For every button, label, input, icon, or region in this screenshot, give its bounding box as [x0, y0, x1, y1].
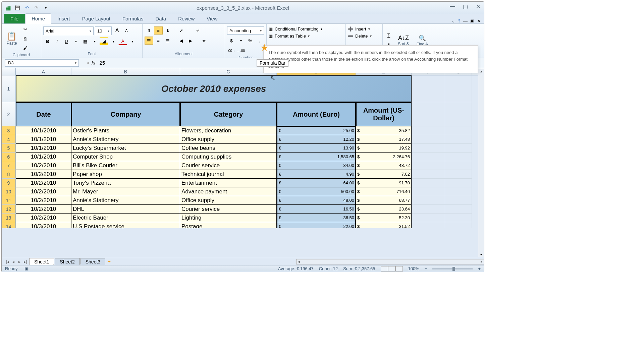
paste-button[interactable]: 📋 Paste [4, 32, 20, 46]
cell-euro[interactable]: €4.90 [277, 170, 356, 179]
empty-cell[interactable] [445, 222, 472, 228]
empty-cell[interactable] [412, 222, 445, 228]
borders-icon[interactable]: ▦ [81, 37, 90, 45]
fx-button[interactable]: ● fx [87, 60, 96, 66]
row-header-6[interactable]: 6 [2, 153, 16, 161]
view-buttons[interactable] [381, 266, 403, 272]
cell-date[interactable]: 10/2/2010 [16, 214, 71, 222]
horizontal-scrollbar[interactable] [296, 259, 484, 264]
formula-input[interactable]: 25 [100, 60, 105, 66]
empty-cell[interactable] [445, 205, 472, 214]
empty-cell[interactable] [445, 187, 472, 196]
row-header-3[interactable]: 3 [2, 126, 16, 135]
empty-cell[interactable] [445, 170, 472, 179]
sheet-nav-prev-icon[interactable]: ◂ [10, 259, 16, 264]
cell-euro[interactable]: €48.00 [277, 196, 356, 205]
empty-cell[interactable] [412, 170, 445, 179]
row-header-10[interactable]: 10 [2, 187, 16, 196]
cell-date[interactable]: 10/1/2010 [16, 126, 71, 135]
font-name-select[interactable]: Arial [43, 26, 94, 35]
cell-usd[interactable]: $68.77 [356, 196, 412, 205]
decrease-font-icon[interactable]: A [122, 26, 130, 35]
currency-icon[interactable]: $ [227, 37, 236, 45]
table-header[interactable]: Amount (US-Dollar) [356, 102, 412, 126]
italic-button[interactable]: I [53, 37, 61, 45]
empty-cell[interactable] [412, 126, 445, 135]
percent-icon[interactable]: % [246, 37, 255, 45]
redo-icon[interactable]: ↷ [33, 4, 40, 11]
minimize-ribbon-icon[interactable]: ⌄ [451, 18, 455, 23]
find-select-button[interactable]: 🔍Find & [414, 35, 430, 47]
cell-category[interactable]: Lighting [180, 214, 277, 222]
empty-cell[interactable] [412, 144, 445, 153]
empty-cell[interactable] [445, 126, 472, 135]
empty-cell[interactable] [412, 135, 445, 144]
title-cell[interactable]: October 2010 expenses [16, 75, 412, 102]
cell-category[interactable]: Computing supplies [180, 153, 277, 161]
cell-date[interactable]: 10/3/2010 [16, 222, 71, 228]
row-header-7[interactable]: 7 [2, 161, 16, 170]
cell-euro[interactable]: €500.00 [277, 187, 356, 196]
cell-category[interactable]: Office supply [180, 196, 277, 205]
tab-formulas[interactable]: Formulas [116, 14, 150, 23]
underline-button[interactable]: U [62, 37, 71, 45]
tab-data[interactable]: Data [149, 14, 172, 23]
close-icon[interactable]: ✕ [474, 3, 482, 10]
cell-euro[interactable]: €16.50 [277, 205, 356, 214]
cell-company[interactable]: Paper shop [71, 170, 180, 179]
cell-usd[interactable]: $35.82 [356, 126, 412, 135]
orientation-icon[interactable]: ⤢ [177, 26, 185, 35]
insert-cells-button[interactable]: ➕Insert▾ [348, 26, 380, 32]
empty-cell[interactable] [445, 153, 472, 161]
format-as-table-button[interactable]: ▦ Format as Table ▾ [269, 34, 343, 39]
cell-usd[interactable]: $48.72 [356, 161, 412, 170]
empty-cell[interactable] [412, 179, 445, 187]
maximize-icon[interactable]: ▢ [461, 3, 469, 10]
macro-record-icon[interactable]: ▣ [24, 266, 29, 271]
cell-category[interactable]: Flowers, decoration [180, 126, 277, 135]
empty-cell[interactable] [445, 196, 472, 205]
cell-company[interactable]: DHL [71, 205, 180, 214]
save-icon[interactable]: 💾 [14, 4, 21, 11]
format-painter-icon[interactable]: 🖌 [21, 44, 29, 52]
cell-usd[interactable]: $52.30 [356, 214, 412, 222]
vertical-scrollbar[interactable] [478, 69, 484, 257]
minimize-icon[interactable]: — [448, 3, 457, 10]
empty-cell[interactable] [445, 102, 472, 126]
sheet-tab-1[interactable]: Sheet1 [29, 258, 54, 265]
cell-category[interactable]: Technical journal [180, 170, 277, 179]
align-left-icon[interactable]: ☰ [145, 37, 153, 45]
row-header-14[interactable]: 14 [2, 222, 16, 228]
wrap-text-icon[interactable]: ↵ [194, 26, 202, 35]
empty-cell[interactable] [445, 161, 472, 170]
row-header-8[interactable]: 8 [2, 170, 16, 179]
cell-company[interactable]: Electric Bauer [71, 214, 180, 222]
cell-category[interactable]: Advance payment [180, 187, 277, 196]
bold-button[interactable]: B [43, 37, 52, 45]
column-header-C[interactable]: C [180, 68, 277, 75]
cell-category[interactable]: Courier service [180, 205, 277, 214]
empty-cell[interactable] [445, 179, 472, 187]
cell-company[interactable]: Ostler's Plants [71, 126, 180, 135]
tab-review[interactable]: Review [172, 14, 201, 23]
cell-usd[interactable]: $19.92 [356, 144, 412, 153]
align-bottom-icon[interactable]: ⬇ [163, 26, 172, 35]
align-top-icon[interactable]: ⬆ [145, 26, 153, 35]
cell-company[interactable]: Mr. Mayer [71, 187, 180, 196]
align-center-icon[interactable]: ≡ [154, 37, 163, 45]
cell-date[interactable]: 10/1/2010 [16, 135, 71, 144]
font-color-icon[interactable]: A [118, 37, 127, 45]
tab-home[interactable]: Home [25, 13, 51, 24]
spreadsheet-grid[interactable]: ABCDEFG 1234567891011121314 October 2010… [2, 68, 484, 228]
tab-file[interactable]: File [4, 14, 25, 23]
row-header-1[interactable]: 1 [2, 75, 16, 102]
new-sheet-icon[interactable]: ✦ [107, 259, 111, 264]
cell-usd[interactable]: $17.48 [356, 135, 412, 144]
copy-icon[interactable]: ⎘ [21, 35, 29, 43]
cut-icon[interactable]: ✂ [21, 25, 29, 33]
help-icon[interactable]: ? [458, 18, 461, 23]
row-header-13[interactable]: 13 [2, 214, 16, 222]
cell-euro[interactable]: €12.20 [277, 135, 356, 144]
increase-indent-icon[interactable]: ▶ [186, 37, 195, 45]
font-color-dropdown-icon[interactable]: ▾ [128, 37, 137, 45]
